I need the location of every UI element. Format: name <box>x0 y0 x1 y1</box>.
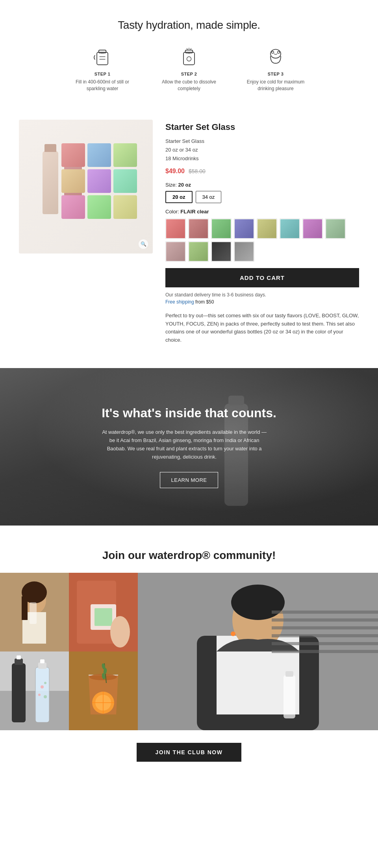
svg-rect-48 <box>35 667 49 722</box>
photo-hand-pack-svg <box>69 573 138 651</box>
svg-point-13 <box>272 51 274 54</box>
swatch-10[interactable] <box>188 241 209 262</box>
delivery-info: Our standard delivery time is 3-6 busine… <box>165 292 359 298</box>
svg-point-36 <box>231 631 235 636</box>
swatch-12[interactable] <box>234 241 254 262</box>
svg-rect-49 <box>38 663 46 669</box>
pack-5 <box>87 169 111 193</box>
photo-man-bottle-svg <box>138 573 378 730</box>
hero-title: Tasty hydration, made simple. <box>8 19 370 31</box>
swatch-6[interactable] <box>280 218 300 239</box>
swatch-2[interactable] <box>188 218 209 239</box>
pack-3 <box>113 143 137 167</box>
product-info: Starter Set Glass Starter Set Glass 20 o… <box>165 120 359 344</box>
svg-point-51 <box>41 685 44 688</box>
join-btn-container: JOIN THE CLUB NOW <box>0 730 378 777</box>
step-2: R STEP 2 Allow the cube to dissolve comp… <box>158 46 220 92</box>
zoom-icon[interactable]: 🔍 <box>139 239 148 249</box>
svg-rect-35 <box>285 671 293 677</box>
svg-line-10 <box>191 48 191 50</box>
svg-point-12 <box>271 49 281 58</box>
svg-rect-26 <box>94 608 112 626</box>
svg-rect-16 <box>228 396 244 405</box>
photo-bottles-svg <box>0 651 69 730</box>
svg-text:H: H <box>101 51 103 55</box>
product-image-container: 🔍 <box>19 120 153 254</box>
community-photo-2 <box>69 573 138 651</box>
community-grid <box>0 573 378 730</box>
product-title: Starter Set Glass <box>165 122 359 132</box>
svg-rect-47 <box>17 655 21 659</box>
community-photo-1 <box>0 573 69 651</box>
swatch-9[interactable] <box>165 241 186 262</box>
swatch-11[interactable] <box>211 241 232 262</box>
step3-icon <box>265 46 287 68</box>
community-photo-3 <box>138 573 378 730</box>
swatch-5[interactable] <box>257 218 277 239</box>
swatch-1[interactable] <box>165 218 186 239</box>
pack-6 <box>113 169 137 193</box>
swatch-7[interactable] <box>302 218 323 239</box>
step2-icon: R <box>178 46 200 68</box>
product-subtitle: Starter Set Glass 20 oz or 34 oz 18 Micr… <box>165 137 359 163</box>
color-swatches <box>165 218 359 262</box>
pack-2 <box>87 143 111 167</box>
svg-point-33 <box>231 585 285 620</box>
color-label: Color: FLAIR clear <box>165 209 359 215</box>
community-section: Join our waterdrop® community! <box>0 526 378 793</box>
photo-woman-drinking-svg <box>0 573 69 651</box>
size-options: 20 oz 34 oz <box>165 191 359 203</box>
packs-grid <box>61 143 137 219</box>
community-photo-5 <box>69 651 138 730</box>
photo-drink-svg <box>69 651 138 730</box>
product-section: 🔍 Starter Set Glass Starter Set Glass 20… <box>0 104 378 368</box>
swatch-3[interactable] <box>211 218 232 239</box>
svg-rect-45 <box>12 663 26 722</box>
product-description: Perfect to try out—this set comes with s… <box>165 312 359 344</box>
step2-desc: Allow the cube to dissolve completely <box>158 79 220 92</box>
community-photo-4 <box>0 651 69 730</box>
free-shipping-link[interactable]: Free shipping <box>165 299 194 305</box>
pack-1 <box>61 143 85 167</box>
product-image <box>19 120 153 254</box>
size-label: Size: 20 oz <box>165 182 359 188</box>
bottle-tall <box>43 151 58 214</box>
banner-description: At waterdrop®, we use only the best ingr… <box>102 428 267 461</box>
svg-point-52 <box>44 682 46 684</box>
step3-desc: Enjoy ice cold for maximum drinking plea… <box>244 79 307 92</box>
steps-row: H STEP 1 Fill in 400-600ml of still or s… <box>8 46 370 92</box>
join-club-button[interactable]: JOIN THE CLUB NOW <box>137 743 242 762</box>
svg-point-14 <box>278 51 280 54</box>
size-btn-20oz[interactable]: 20 oz <box>165 191 193 203</box>
svg-rect-46 <box>15 659 23 665</box>
pack-7 <box>61 195 85 219</box>
step1-desc: Fill in 400-600ml of still or sparkling … <box>71 79 134 92</box>
pack-9 <box>113 195 137 219</box>
pack-8 <box>87 195 111 219</box>
add-to-cart-button[interactable]: ADD TO CART <box>165 268 359 287</box>
step1-label: STEP 1 <box>94 72 111 76</box>
banner-title: It's what's inside that counts. <box>102 405 276 420</box>
swatch-8[interactable] <box>325 218 346 239</box>
svg-rect-44 <box>0 691 69 730</box>
svg-rect-34 <box>284 675 295 718</box>
banner-content: It's what's inside that counts. At water… <box>102 405 276 489</box>
size-btn-34oz[interactable]: 34 oz <box>196 191 222 203</box>
svg-rect-22 <box>30 602 37 624</box>
swatch-4[interactable] <box>234 218 254 239</box>
svg-rect-21 <box>22 596 28 620</box>
svg-point-53 <box>38 694 41 696</box>
pack-4 <box>61 169 85 193</box>
size-section: Size: 20 oz 20 oz 34 oz <box>165 182 359 203</box>
svg-point-54 <box>44 695 47 698</box>
price-current: $49.00 <box>165 168 185 175</box>
price-row: $49.00 $58.00 <box>165 168 359 175</box>
svg-rect-50 <box>40 659 44 663</box>
free-shipping: Free shipping from $50 <box>165 299 359 305</box>
banner-section: It's what's inside that counts. At water… <box>0 368 378 526</box>
learn-more-button[interactable]: LEARN MORE <box>160 472 219 488</box>
step2-label: STEP 2 <box>181 72 197 76</box>
step1-icon: H <box>91 46 113 68</box>
step-3: STEP 3 Enjoy ice cold for maximum drinki… <box>244 46 307 92</box>
svg-line-9 <box>187 48 187 50</box>
